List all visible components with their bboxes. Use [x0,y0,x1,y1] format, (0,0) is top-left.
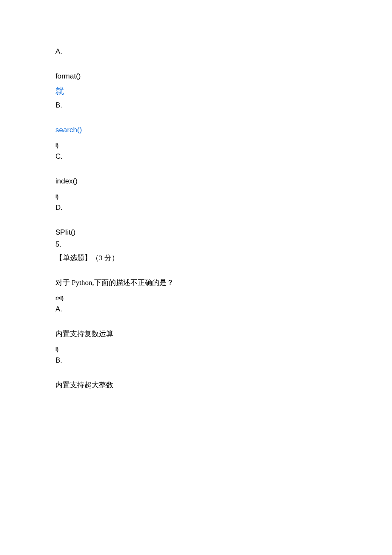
option-text-b: search() [55,125,337,135]
option-text-d: SPIit() [55,228,337,237]
option-text-c: index() [55,177,337,186]
question-header: 【单选题】（3 分） [55,253,337,263]
q5-option-text-a: 内置支持复数运算 [55,329,337,339]
question-number: 5. [55,240,337,249]
question-stem: 对于 Python,下面的描述不正确的是？ [55,278,337,288]
q5-option-label-b: B. [55,356,337,365]
q5-option-text-b: 内置支持超大整数 [55,381,337,390]
option-label-c: C. [55,152,337,161]
option-annotation-b: I) [55,142,337,149]
option-annotation-a: 就 [55,85,337,96]
option-label-d: D. [55,203,337,212]
annotation-pre-a: r>I) [55,295,337,302]
q5-option-label-a: A. [55,305,337,314]
option-label-b: B. [55,101,337,110]
option-label-a: A. [55,47,337,56]
document-page: A. format() 就 B. search() I) C. index() … [0,0,392,518]
option-text-a: format() [55,72,337,81]
q5-option-annotation-a: I) [55,346,337,353]
option-annotation-c: I) [55,194,337,200]
